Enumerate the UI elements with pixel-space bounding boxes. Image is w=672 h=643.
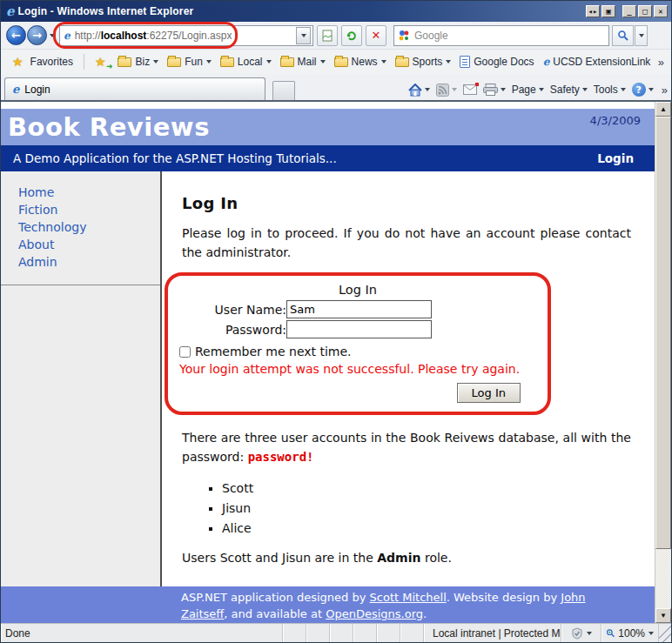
page-menu[interactable]: Page bbox=[512, 84, 544, 96]
admin-text-post: role. bbox=[420, 551, 451, 565]
add-favorite-star-icon: ★ bbox=[95, 55, 106, 69]
print-button[interactable] bbox=[483, 84, 506, 96]
separator bbox=[84, 54, 84, 70]
read-mail-button[interactable] bbox=[463, 84, 477, 95]
sidebar-item-technology[interactable]: Technology bbox=[18, 218, 160, 236]
favorite-google-docs[interactable]: Google Docs bbox=[460, 56, 534, 68]
user-list: Scott Jisun Alice bbox=[206, 481, 631, 535]
username-row: User Name: bbox=[182, 300, 534, 318]
vertical-scrollbar[interactable]: ▲ ▼ bbox=[655, 102, 671, 623]
favorites-button[interactable]: ★ Favorites bbox=[12, 55, 73, 69]
footer-link-opendesigns[interactable]: OpenDesigns.org bbox=[326, 607, 423, 620]
admin-text-bold: Admin bbox=[377, 551, 420, 565]
page-title: Log In bbox=[182, 194, 631, 212]
back-button[interactable]: ← bbox=[6, 25, 26, 45]
add-favorite-button[interactable]: ★➜ bbox=[95, 55, 110, 69]
favorites-folder-mail[interactable]: Mail bbox=[280, 56, 326, 68]
address-field-wrap: e http://localhost:62275/Login.aspx bbox=[59, 25, 313, 46]
folder-label: Fun bbox=[185, 56, 203, 68]
status-panel bbox=[377, 624, 400, 642]
scroll-up-button[interactable]: ▲ bbox=[655, 102, 671, 117]
help-menu[interactable]: ? bbox=[632, 83, 654, 97]
favorites-folder-fun[interactable]: Fun bbox=[167, 56, 212, 68]
tab-label: Login bbox=[24, 84, 50, 96]
footer-text: , and available at bbox=[224, 607, 326, 620]
footer-link-scott-mitchell[interactable]: Scott Mitchell bbox=[370, 591, 447, 604]
tools-menu[interactable]: Tools bbox=[594, 84, 626, 96]
address-input[interactable]: e http://localhost:62275/Login.aspx bbox=[59, 25, 313, 46]
scroll-down-button[interactable]: ▼ bbox=[655, 608, 671, 623]
password-input[interactable] bbox=[286, 320, 432, 338]
ie-logo-icon: e bbox=[6, 3, 15, 19]
chevron-down-icon bbox=[320, 60, 326, 64]
search-icon bbox=[617, 30, 628, 41]
username-label: User Name: bbox=[182, 303, 286, 317]
chevron-down-icon bbox=[539, 88, 544, 91]
login-button[interactable]: Log In bbox=[457, 383, 521, 403]
compatibility-view-button[interactable] bbox=[317, 25, 338, 46]
favorites-folder-local[interactable]: Local bbox=[220, 56, 272, 68]
window-arrows-button[interactable]: ◂▸ bbox=[586, 5, 600, 17]
favorites-folder-biz[interactable]: Biz bbox=[118, 56, 158, 68]
command-bar: Page Safety Tools ? » bbox=[408, 83, 668, 100]
favorites-overflow-chevron[interactable]: » bbox=[658, 56, 664, 69]
status-panel bbox=[353, 624, 377, 642]
command-overflow-chevron[interactable]: » bbox=[662, 84, 668, 97]
password-row: Password: bbox=[182, 320, 534, 338]
footer-text: . Website design by bbox=[447, 591, 561, 604]
sidebar-item-admin[interactable]: Admin bbox=[18, 253, 160, 271]
status-panel bbox=[283, 624, 306, 642]
site-title: Book Reviews bbox=[1, 112, 210, 142]
scrollbar-track[interactable] bbox=[655, 549, 671, 608]
feeds-button[interactable] bbox=[436, 84, 457, 97]
address-dropdown-button[interactable] bbox=[296, 27, 311, 44]
folder-icon bbox=[280, 57, 294, 67]
new-tab-button[interactable] bbox=[272, 81, 295, 100]
zoom-panel[interactable]: 100% bbox=[601, 624, 659, 642]
feeds-icon bbox=[436, 84, 449, 97]
remember-checkbox[interactable] bbox=[179, 346, 191, 358]
login-form-annotation-oval: Log In User Name: Password: Remember me … bbox=[165, 272, 551, 415]
minimize-button[interactable]: _ bbox=[622, 5, 636, 17]
search-input[interactable]: Google bbox=[393, 25, 609, 46]
chevron-down-icon bbox=[266, 60, 272, 64]
maximize-button[interactable]: □ bbox=[638, 5, 652, 17]
sidebar-item-fiction[interactable]: Fiction bbox=[18, 201, 160, 218]
tab-login[interactable]: e Login bbox=[4, 77, 265, 100]
smartscreen-panel[interactable] bbox=[561, 624, 601, 642]
site-header: Book Reviews 4/3/2009 bbox=[1, 109, 655, 145]
favorites-folder-sports[interactable]: Sports bbox=[395, 56, 452, 68]
page-top-gap bbox=[1, 102, 655, 109]
close-button[interactable]: ✕ bbox=[654, 5, 668, 17]
favorites-bar: ★ Favorites ★➜ Biz Fun Local Mail News S… bbox=[1, 50, 671, 74]
safety-menu[interactable]: Safety bbox=[550, 84, 588, 96]
page-body: Home Fiction Technology About Admin Log … bbox=[1, 171, 655, 586]
ie-favicon-icon: e bbox=[543, 56, 550, 68]
forward-button[interactable]: → bbox=[27, 25, 47, 45]
scrollbar-thumb[interactable] bbox=[655, 117, 671, 549]
username-input[interactable] bbox=[286, 300, 432, 318]
favorite-ucsd-extensionlink[interactable]: eUCSD ExtensionLink bbox=[543, 56, 651, 68]
sidebar-item-home[interactable]: Home bbox=[18, 184, 160, 201]
search-button[interactable] bbox=[612, 25, 634, 46]
favorites-star-icon: ★ bbox=[12, 55, 24, 69]
refresh-button[interactable] bbox=[341, 25, 362, 46]
folder-icon bbox=[167, 57, 181, 67]
resize-grip[interactable] bbox=[659, 624, 671, 642]
printer-icon bbox=[483, 84, 498, 96]
header-login-link[interactable]: Login bbox=[597, 151, 655, 165]
google-docs-icon bbox=[460, 56, 470, 68]
site-date: 4/3/2009 bbox=[590, 109, 655, 127]
password-label: Password: bbox=[182, 323, 286, 337]
login-box-title: Log In bbox=[182, 283, 534, 297]
home-button[interactable] bbox=[408, 84, 430, 97]
sidebar-item-about[interactable]: About bbox=[18, 236, 160, 253]
shield-check-icon bbox=[571, 627, 583, 640]
favorites-label: Favorites bbox=[30, 56, 73, 68]
favorites-folder-news[interactable]: News bbox=[334, 56, 386, 68]
search-options-dropdown[interactable] bbox=[635, 25, 648, 46]
history-dropdown-icon[interactable] bbox=[50, 34, 55, 37]
status-panel bbox=[330, 624, 353, 642]
stop-button[interactable]: ✕ bbox=[366, 25, 386, 46]
window-restore-extra-button[interactable]: ▣ bbox=[601, 5, 615, 17]
